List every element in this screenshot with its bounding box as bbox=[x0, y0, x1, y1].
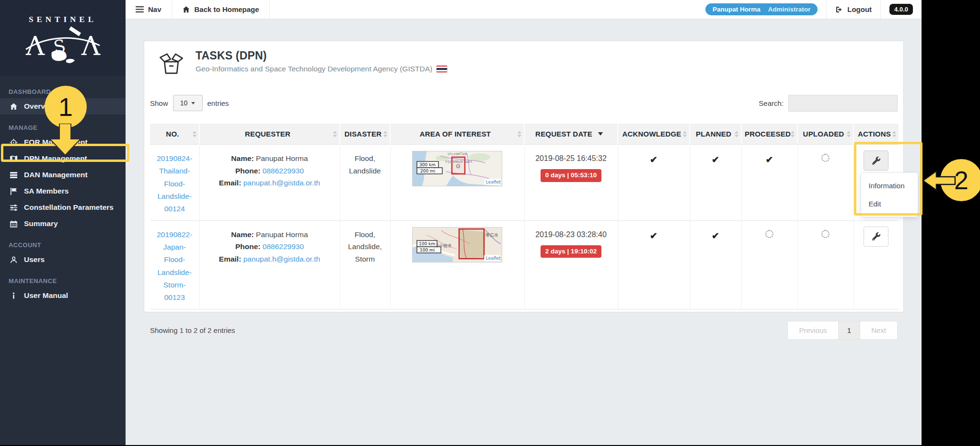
check-icon: ✔ bbox=[712, 231, 719, 241]
nav-toggle-button[interactable]: Nav bbox=[126, 0, 172, 19]
annotation-highlight-actions bbox=[854, 142, 922, 216]
email-link[interactable]: panupat.h@gistda.or.th bbox=[243, 179, 321, 187]
page-title: TASKS (DPN) bbox=[196, 49, 448, 62]
planned-status: ✔ bbox=[690, 145, 741, 221]
header-requester[interactable]: REQUESTER bbox=[199, 124, 340, 145]
sort-icon bbox=[892, 131, 896, 137]
header-uploaded[interactable]: UPLOADED bbox=[797, 124, 853, 145]
planned-status: ✔ bbox=[690, 220, 741, 309]
header-planned[interactable]: PLANNED bbox=[690, 124, 741, 145]
actions-wrench-button[interactable] bbox=[864, 227, 888, 247]
tasks-card: TASKS (DPN) Geo-Informatics and Space Te… bbox=[144, 41, 904, 312]
loading-spinner-icon bbox=[765, 230, 773, 238]
logout-icon bbox=[835, 6, 843, 13]
sidebar-item-label: User Manual bbox=[24, 291, 68, 300]
svg-text:Λ: Λ bbox=[81, 31, 101, 61]
leaflet-attribution: Leaflet bbox=[486, 256, 501, 261]
pagination: Previous 1 Next bbox=[787, 321, 898, 340]
page-length-select[interactable]: 10 bbox=[173, 95, 203, 111]
asia-logo-mark: Λ Λ S bbox=[23, 25, 103, 66]
chevron-down-icon bbox=[191, 102, 195, 104]
loading-spinner-icon bbox=[821, 154, 830, 162]
header-area-of-interest[interactable]: AREA OF INTEREST bbox=[390, 124, 524, 145]
sidebar-item-label: DAN Management bbox=[24, 171, 88, 179]
sort-icon bbox=[193, 131, 196, 137]
sidebar-item-summary[interactable]: Summary bbox=[0, 216, 126, 232]
sort-icon bbox=[847, 131, 851, 137]
header-actions[interactable]: ACTIONS bbox=[853, 124, 899, 145]
brand-sentinel-text: SENTINEL bbox=[29, 15, 97, 24]
header-no[interactable]: NO. bbox=[150, 124, 199, 145]
annotation-step-1-circle: 1 bbox=[45, 86, 87, 128]
deadline-badge: 0 days | 05:53:10 bbox=[541, 169, 601, 182]
user-icon bbox=[9, 255, 18, 264]
svg-text:200 mi: 200 mi bbox=[420, 169, 435, 173]
calendar-icon bbox=[9, 219, 18, 228]
previous-page-button[interactable]: Previous bbox=[788, 321, 838, 339]
phone-link[interactable]: 0886229930 bbox=[263, 167, 304, 175]
home-icon bbox=[9, 102, 18, 111]
sort-icon bbox=[518, 131, 521, 137]
task-no-link[interactable]: 20190822-Japan-Flood-Landslide-Storm-001… bbox=[154, 229, 195, 304]
search-input[interactable] bbox=[788, 95, 898, 112]
svg-text:100 km: 100 km bbox=[419, 241, 435, 246]
map-thumbnail-thailand[interactable]: ประเทศไทย กรุงเทพมหานคร 300 km 200 mi Le… bbox=[412, 151, 502, 186]
next-page-button[interactable]: Next bbox=[860, 321, 897, 339]
uploaded-status bbox=[797, 220, 853, 309]
header-proceesed[interactable]: PROCEESED bbox=[741, 124, 797, 145]
sort-icon bbox=[333, 131, 337, 137]
area-of-interest-cell: ประเทศไทย กรุงเทพมหานคร 300 km 200 mi Le… bbox=[390, 145, 524, 221]
email-link[interactable]: panupat.h@gistda.or.th bbox=[243, 255, 321, 263]
brand-logo[interactable]: SENTINEL Λ Λ S bbox=[0, 0, 126, 76]
svg-text:300 km: 300 km bbox=[419, 162, 436, 167]
tasks-table: NO. REQUESTER DISASTER AREA OF INTEREST … bbox=[150, 124, 899, 309]
info-icon bbox=[9, 291, 18, 300]
page-subtitle: Geo-Informatics and Space Technology Dev… bbox=[196, 65, 432, 73]
sidebar-item-label: Summary bbox=[24, 219, 58, 228]
page-length-value: 10 bbox=[180, 99, 188, 107]
header-acknowledge[interactable]: ACKNOWLEDGE bbox=[618, 124, 690, 145]
entries-label: entries bbox=[208, 99, 229, 107]
wrench-icon bbox=[872, 232, 880, 240]
sidebar-item-user-manual[interactable]: User Manual bbox=[0, 287, 126, 304]
svg-text:ประเทศไทย: ประเทศไทย bbox=[448, 152, 467, 156]
proceesed-status: ✔ bbox=[741, 145, 797, 221]
sidebar-item-label: Users bbox=[24, 255, 45, 264]
app-viewport: SENTINEL Λ Λ S DASHBOARD Overview MANAGE… bbox=[0, 0, 922, 445]
table-row: 20190822-Japan-Flood-Landslide-Storm-001… bbox=[150, 220, 899, 309]
thailand-flag-icon bbox=[436, 65, 448, 73]
disaster-cell: Flood, Landslide bbox=[340, 145, 390, 221]
sort-icon bbox=[383, 131, 387, 137]
sidebar: SENTINEL Λ Λ S DASHBOARD Overview MANAGE… bbox=[0, 0, 126, 445]
request-date: 2019-08-23 03:28:40 bbox=[529, 229, 614, 241]
topbar: Nav Back to Homepage Panupat Horma Admin… bbox=[126, 0, 922, 19]
version-badge: 4.0.0 bbox=[889, 4, 913, 15]
check-icon: ✔ bbox=[766, 155, 773, 165]
requester-cell: Name: Panupat Horma Phone: 0886229930 Em… bbox=[199, 145, 340, 221]
request-date-cell: 2019-08-23 03:28:40 2 days | 19:10:02 bbox=[524, 220, 618, 309]
phone-link[interactable]: 0886229930 bbox=[263, 242, 304, 251]
header-request-date[interactable]: REQUEST DATE bbox=[524, 124, 618, 145]
sliders-icon bbox=[9, 203, 18, 212]
logout-button[interactable]: Logout bbox=[826, 0, 880, 19]
sidebar-item-users[interactable]: Users bbox=[0, 252, 126, 268]
show-label: Show bbox=[150, 99, 168, 107]
header-disaster[interactable]: DISASTER bbox=[340, 124, 390, 145]
sort-icon bbox=[683, 131, 687, 137]
table-row: 20190824-Thailand-Flood-Landslide-00124 … bbox=[150, 145, 899, 221]
request-date: 2019-08-25 16:45:32 bbox=[529, 152, 614, 165]
proceesed-status bbox=[741, 220, 797, 309]
loading-spinner-icon bbox=[821, 230, 830, 238]
sidebar-item-constellation-parameters[interactable]: Constellation Parameters bbox=[0, 199, 126, 216]
sort-icon bbox=[791, 131, 795, 137]
map-scale-bar: 100 km 100 mi bbox=[417, 240, 441, 253]
svg-text:帯広市: 帯広市 bbox=[485, 233, 498, 238]
map-thumbnail-japan[interactable]: 帯広市 苫小牧市 100 km 100 mi Leaflet bbox=[412, 227, 502, 263]
sidebar-item-sa-members[interactable]: SA Members bbox=[0, 183, 126, 199]
svg-text:100 mi: 100 mi bbox=[420, 248, 435, 252]
page-number-button[interactable]: 1 bbox=[838, 321, 860, 339]
sidebar-item-dan-management[interactable]: DAN Management bbox=[0, 167, 126, 183]
back-to-homepage-button[interactable]: Back to Homepage bbox=[172, 0, 270, 19]
check-icon: ✔ bbox=[650, 155, 657, 165]
task-no-link[interactable]: 20190824-Thailand-Flood-Landslide-00124 bbox=[154, 152, 195, 216]
